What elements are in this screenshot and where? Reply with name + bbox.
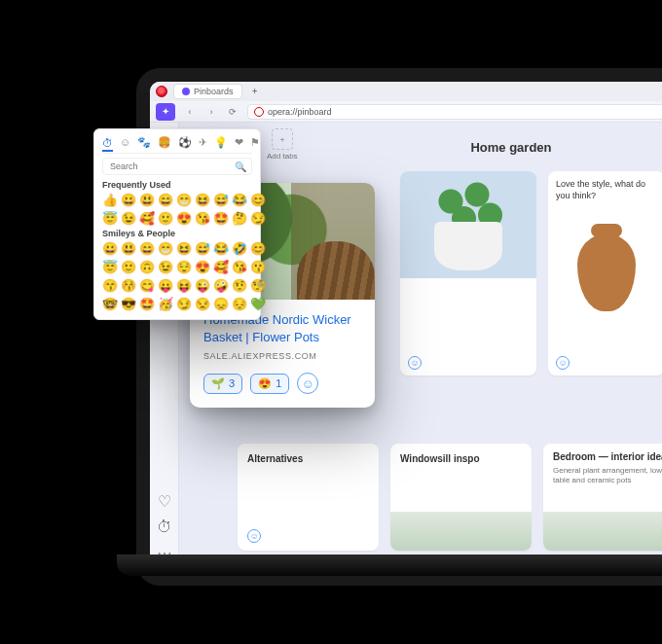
back-button[interactable]: ‹ (183, 107, 197, 117)
history-icon[interactable]: ⏱ (157, 519, 172, 536)
emoji-cell[interactable]: 🙂 (158, 210, 173, 226)
emoji-cell[interactable]: 🧐 (250, 277, 266, 293)
emoji-cell[interactable]: 😙 (102, 277, 118, 293)
emoji-cell[interactable]: 😘 (232, 259, 247, 274)
emoji-cell[interactable]: 😏 (176, 296, 192, 311)
card-image (543, 512, 662, 551)
emoji-cell[interactable]: 🤪 (213, 277, 229, 293)
emoji-cell[interactable]: 🥰 (213, 259, 229, 274)
emoji-category-tabs: ⏱ ☺ 🐾 🍔 ⚽ ✈ 💡 ❤ ⚑ (102, 135, 252, 154)
card-title: Alternatives (247, 453, 369, 464)
emoji-cell[interactable]: 😔 (232, 296, 247, 311)
url-field[interactable]: opera://pinboard (247, 104, 662, 120)
emoji-cell[interactable]: 😄 (158, 192, 173, 207)
emoji-cell[interactable]: 😇 (102, 210, 118, 226)
add-reaction-button[interactable]: ☺ (297, 373, 318, 394)
emoji-cell[interactable]: 😉 (121, 210, 136, 226)
tab-flags[interactable]: ⚑ (250, 135, 260, 149)
pin-card-source: SALE.ALIEXPRESS.COM (203, 351, 361, 361)
emoji-cell[interactable]: 😉 (158, 259, 173, 274)
emoji-search-field[interactable]: 🔍 (102, 158, 252, 175)
tab-label: Pinboards (194, 87, 234, 96)
emoji-cell[interactable]: 😎 (121, 296, 136, 311)
card-image (548, 209, 662, 336)
emoji-cell[interactable]: 😇 (102, 259, 118, 274)
card-alternatives[interactable]: Alternatives ☺ (238, 444, 379, 551)
add-reaction-button[interactable]: ☺ (247, 529, 261, 543)
laptop-base (117, 555, 662, 576)
emoji-cell[interactable]: 😅 (213, 192, 229, 207)
emoji-cell[interactable]: 😚 (121, 277, 136, 293)
card-vase-note[interactable]: Love the style, what do you think? ☺ (548, 171, 662, 376)
heart-icon[interactable]: ♡ (158, 492, 171, 511)
emoji-cell[interactable]: 😏 (250, 210, 266, 226)
add-reaction-button[interactable]: ☺ (408, 356, 422, 370)
reaction-count: 1 (276, 377, 281, 389)
forward-button[interactable]: › (204, 107, 218, 117)
add-reaction-button[interactable]: ☺ (556, 356, 570, 370)
emoji-cell[interactable]: 🤩 (139, 296, 155, 311)
emoji-cell[interactable]: 😅 (195, 240, 210, 256)
tab-objects[interactable]: 💡 (214, 135, 228, 149)
tab-pinboards[interactable]: Pinboards (173, 84, 242, 99)
reaction-chip-hearteyes[interactable]: 😍 1 (250, 374, 289, 394)
tab-animals[interactable]: 🐾 (137, 135, 151, 149)
emoji-cell[interactable]: 😒 (195, 296, 210, 311)
emoji-cell[interactable]: 😂 (232, 192, 247, 207)
emoji-cell[interactable]: 😊 (250, 240, 266, 256)
section-smileys-label: Smileys & People (102, 229, 252, 238)
emoji-cell[interactable]: 😀 (121, 192, 136, 207)
address-bar: ✦ ‹ › ⟳ opera://pinboard (150, 101, 662, 123)
emoji-cell[interactable]: 😆 (195, 192, 210, 207)
emoji-search-input[interactable] (108, 161, 231, 172)
tab-symbols[interactable]: ❤ (235, 135, 243, 149)
emoji-cell[interactable]: 🤔 (232, 210, 247, 226)
emoji-cell[interactable]: 😛 (158, 277, 173, 293)
emoji-grid-smileys: 😀😃😄😁😆😅😂🤣😊😇🙂🙃😉😌😍🥰😘😗😙😚😋😛😝😜🤪🤨🧐🤓😎🤩🥳😏😒😞😔💚 (102, 240, 252, 311)
emoji-cell[interactable]: 🙂 (121, 259, 136, 274)
emoji-cell[interactable]: 🤩 (213, 210, 229, 226)
url-text: opera://pinboard (268, 107, 332, 117)
emoji-cell[interactable]: 😍 (176, 210, 192, 226)
emoji-cell[interactable]: 😌 (176, 259, 192, 274)
emoji-cell[interactable]: 🥰 (139, 210, 155, 226)
emoji-cell[interactable]: 😃 (139, 192, 155, 207)
emoji-cell[interactable]: 😞 (213, 296, 229, 311)
emoji-cell[interactable]: 😗 (250, 259, 266, 274)
tab-food[interactable]: 🍔 (158, 135, 171, 149)
emoji-cell[interactable]: 😊 (250, 192, 266, 207)
emoji-cell[interactable]: 😍 (195, 259, 210, 274)
emoji-cell[interactable]: 🥳 (158, 296, 173, 311)
emoji-cell[interactable]: 😄 (139, 240, 155, 256)
emoji-cell[interactable]: 🙃 (139, 259, 155, 274)
tab-travel[interactable]: ✈ (199, 135, 207, 149)
tab-recent[interactable]: ⏱ (102, 138, 113, 152)
hearteyes-icon: 😍 (258, 377, 272, 390)
card-plant-pilea[interactable]: ☺ (400, 171, 536, 376)
emoji-cell[interactable]: 🤣 (232, 240, 247, 256)
emoji-cell[interactable]: 👍 (102, 192, 118, 207)
emoji-cell[interactable]: 😘 (195, 210, 210, 226)
search-icon: 🔍 (235, 161, 246, 172)
card-windowsill[interactable]: Windowsill inspo (390, 444, 532, 551)
emoji-cell[interactable]: 😁 (158, 240, 173, 256)
emoji-cell[interactable]: 😂 (213, 240, 229, 256)
emoji-cell[interactable]: 🤨 (232, 277, 247, 293)
emoji-cell[interactable]: 😆 (176, 240, 192, 256)
new-tab-button[interactable]: + (248, 85, 262, 98)
emoji-cell[interactable]: 😃 (121, 240, 136, 256)
card-title: Bedroom — interior ideas (553, 451, 662, 462)
emoji-cell[interactable]: 😋 (139, 277, 155, 293)
workspace-switcher-button[interactable]: ✦ (156, 103, 175, 121)
reaction-chip-seedling[interactable]: 🌱 3 (203, 374, 242, 394)
emoji-cell[interactable]: 🤓 (102, 296, 118, 311)
tab-activity[interactable]: ⚽ (178, 135, 192, 149)
emoji-cell[interactable]: 💚 (250, 296, 266, 311)
card-bedroom-ideas[interactable]: Bedroom — interior ideas General plant a… (543, 444, 662, 551)
emoji-cell[interactable]: 😜 (195, 277, 210, 293)
reload-button[interactable]: ⟳ (226, 107, 239, 117)
emoji-cell[interactable]: 😝 (176, 277, 192, 293)
emoji-cell[interactable]: 😁 (176, 192, 192, 207)
emoji-cell[interactable]: 😀 (102, 240, 118, 256)
tab-smileys[interactable]: ☺ (120, 135, 130, 149)
